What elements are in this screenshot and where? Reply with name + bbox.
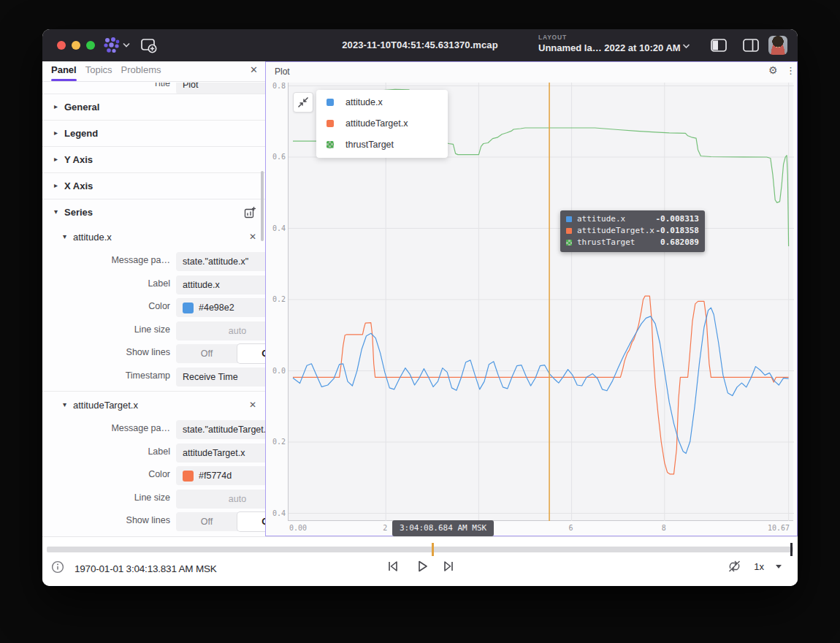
sidebar-close-icon[interactable]: ✕ [250, 64, 258, 75]
plot-panel-header: Plot ⚙ ⋮ [266, 62, 797, 81]
y-axis-tick-label: 0.2 [267, 295, 286, 303]
user-avatar[interactable] [768, 36, 787, 55]
panel-settings-gear-icon[interactable]: ⚙ [768, 64, 778, 76]
tooltip-swatch [566, 240, 572, 246]
color-hex-value: #f5774d [199, 466, 232, 485]
layout-name: Unnamed la… 2022 at 10:20 AM [538, 42, 681, 53]
hover-value-tooltip: attitude.x-0.008313attitudeTarget.x-0.01… [560, 210, 705, 252]
text-field[interactable]: attitude.x [176, 275, 265, 294]
field-label: Line size [42, 324, 170, 335]
y-axis-tick-label: 0.6 [267, 153, 286, 161]
field-row-color: Color#4e98e2 [42, 296, 265, 319]
section-label: General [64, 102, 99, 113]
tooltip-row-thrustTarget: thrustTarget0.682089 [566, 237, 699, 248]
series-line-attitude.x [293, 308, 789, 453]
remove-series-icon[interactable]: ✕ [249, 400, 256, 410]
text-field[interactable]: state."attitude.x" [176, 252, 265, 271]
show-lines-toggle[interactable]: OffOn [176, 512, 265, 531]
layout-label: LAYOUT [538, 34, 681, 41]
tab-topics[interactable]: Topics [85, 61, 112, 82]
field-row-message-pa-: Message pa…state."attitudeTarget.x" [42, 418, 265, 441]
plot-legend[interactable]: attitude.xattitudeTarget.xthrustTarget [316, 90, 448, 158]
field-row-label: Labelattitude.x [42, 273, 265, 297]
disclosure-collapsed-icon: ▸ [54, 181, 58, 189]
app-window: 2023-11-10T04:51:45.631370.mcap LAYOUT U… [42, 29, 798, 586]
plot-panel[interactable]: Plot ⚙ ⋮ 0.80.60.40.20.00.20.40.00246810… [265, 61, 798, 536]
legend-collapse-button[interactable] [293, 92, 313, 113]
series-editor-header[interactable]: ▾attitudeTarget.x✕ [42, 393, 265, 418]
show-lines-toggle[interactable]: OffOn [176, 344, 265, 363]
y-axis-tick-label: 0.4 [267, 509, 286, 517]
left-sidebar-toggle-button[interactable] [710, 38, 728, 53]
section-general[interactable]: ▸General [42, 94, 265, 120]
legend-item-attitude.x[interactable]: attitude.x [316, 92, 448, 113]
disclosure-collapsed-icon: ▸ [54, 129, 58, 137]
layout-chevron-down-icon[interactable] [682, 43, 690, 49]
right-sidebar-toggle-button[interactable] [742, 38, 760, 53]
tooltip-swatch [566, 228, 572, 234]
section-series[interactable]: ▾Series [42, 199, 265, 225]
sidebar-scrollbar[interactable] [261, 171, 264, 241]
plot-panel-title: Plot [275, 66, 290, 77]
playback-bar: 1970-01-01 3:04:13.831 AM MSK 1x [42, 536, 798, 586]
active-tab-underline [51, 79, 77, 81]
text-field[interactable]: attitudeTarget.x [176, 444, 265, 463]
panel-menu-kebab-icon[interactable]: ⋮ [786, 65, 795, 76]
section-legend[interactable]: ▸Legend [42, 120, 265, 146]
color-field[interactable]: #4e98e2 [176, 298, 265, 317]
text-field[interactable]: auto [176, 490, 265, 509]
tooltip-series-name: thrustTarget [577, 237, 635, 247]
info-icon[interactable] [51, 560, 64, 574]
playback-speed-value[interactable]: 1x [754, 561, 764, 572]
title-field-input[interactable]: Plot [176, 83, 265, 94]
toggle-option-on[interactable]: On [237, 344, 265, 363]
legend-item-thrustTarget[interactable]: thrustTarget [316, 134, 448, 156]
title-field-label: Title [42, 83, 170, 88]
tab-problems[interactable]: Problems [121, 61, 161, 82]
legend-item-attitudeTarget.x[interactable]: attitudeTarget.x [316, 113, 448, 134]
legend-label: thrustTarget [345, 140, 394, 150]
scrubber-playhead-marker[interactable] [790, 543, 793, 556]
disclosure-collapsed-icon: ▸ [54, 155, 58, 163]
seek-backward-button[interactable] [386, 559, 400, 574]
section-y-axis[interactable]: ▸Y Axis [42, 146, 265, 172]
field-label: Line size [42, 492, 170, 503]
toggle-option-on[interactable]: On [237, 512, 265, 531]
speed-caret-down-icon[interactable] [776, 565, 782, 568]
field-row-color: Color#f5774d [42, 464, 265, 487]
add-series-icon[interactable] [244, 206, 256, 218]
play-button[interactable] [415, 559, 429, 574]
timeline-scrubber[interactable] [47, 547, 793, 552]
remove-series-icon[interactable]: ✕ [249, 232, 256, 242]
settings-sidebar: PanelTopicsProblems✕ Title Plot ▸General… [42, 61, 265, 536]
disclosure-collapsed-icon: ▸ [54, 102, 58, 110]
field-row-show-lines: Show linesOffOn [42, 510, 265, 533]
x-axis-tick-label: 6 [569, 524, 573, 532]
color-field[interactable]: #f5774d [176, 466, 265, 485]
section-x-axis[interactable]: ▸X Axis [42, 172, 265, 199]
text-field[interactable]: auto [176, 322, 265, 340]
tooltip-series-name: attitude.x [577, 214, 625, 224]
tab-panel[interactable]: Panel [51, 61, 77, 82]
collapse-arrows-icon [294, 93, 313, 112]
timestamp-select[interactable]: Receive Time [176, 368, 265, 387]
toggle-option-off[interactable]: Off [176, 512, 237, 531]
disclosure-expanded-icon: ▾ [54, 208, 58, 216]
layout-selector[interactable]: LAYOUT Unnamed la… 2022 at 10:20 AM [538, 34, 681, 53]
series-editor-header[interactable]: ▾attitude.x✕ [42, 225, 265, 250]
sidebar-tabs: PanelTopicsProblems✕ [42, 61, 265, 82]
field-row-show-lines: Show linesOffOn [42, 342, 265, 365]
clipped-title-row: Title Plot [42, 83, 265, 94]
field-label: Color [42, 301, 170, 311]
field-label: Show lines [42, 347, 170, 357]
sidebar-scroll-area[interactable]: Title Plot ▸General▸Legend▸Y Axis▸X Axis… [42, 83, 265, 536]
seek-forward-button[interactable] [441, 559, 456, 574]
loop-disabled-icon[interactable] [727, 559, 742, 574]
section-label: Series [64, 207, 93, 218]
tooltip-series-name: attitudeTarget.x [577, 226, 654, 235]
field-row-timestamp: TimestampReceive Time [42, 365, 265, 389]
text-field[interactable]: state."attitudeTarget.x" [176, 420, 265, 439]
field-row-line-size: Line sizeauto [42, 319, 265, 343]
current-timestamp: 1970-01-01 3:04:13.831 AM MSK [75, 563, 217, 574]
toggle-option-off[interactable]: Off [176, 344, 237, 363]
